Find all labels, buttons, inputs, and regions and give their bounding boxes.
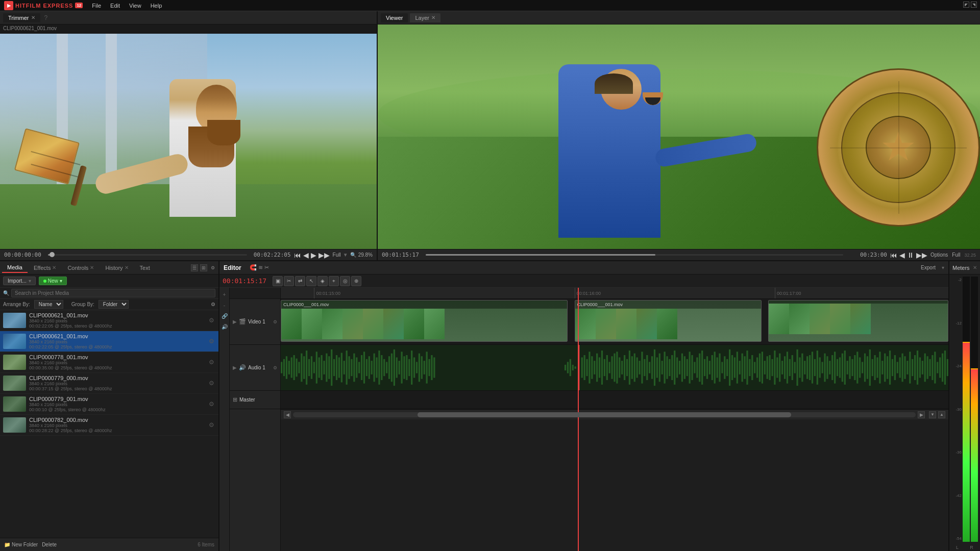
viewer-play[interactable]: ⏸ bbox=[907, 251, 914, 259]
file-name-3: CLIP0000779_000.mov bbox=[29, 375, 204, 381]
trimmer-frame-back[interactable]: ◀ bbox=[303, 251, 309, 259]
video-clip-1[interactable]: CLIP0000___001.mov bbox=[281, 300, 568, 342]
tool-select[interactable]: ↖ bbox=[306, 276, 316, 286]
viewer-frame-back[interactable]: ◀ bbox=[899, 251, 905, 259]
list-view-btn[interactable]: ☰ bbox=[191, 264, 198, 271]
trimmer-tab-close[interactable]: ✕ bbox=[31, 15, 35, 20]
tool-snap[interactable]: ▣ bbox=[273, 276, 283, 286]
ripple-icon[interactable]: ≋ bbox=[258, 264, 263, 271]
timeline-zoom-down[interactable]: ▼ bbox=[929, 411, 936, 418]
tool-slip[interactable]: ⇄ bbox=[295, 276, 305, 286]
tool-ripple[interactable]: ◈ bbox=[317, 276, 328, 286]
tool-link[interactable]: ⊕ bbox=[351, 276, 361, 286]
trimmer-tab[interactable]: Trimmer ✕ bbox=[3, 13, 40, 22]
viewer-tool-1[interactable]: ◤ bbox=[963, 2, 969, 8]
trimmer-play[interactable]: ▶ bbox=[311, 251, 316, 259]
file-item-3[interactable]: CLIP0000779_000.mov 3840 x 2160 pixels 0… bbox=[0, 373, 218, 394]
scroll-left[interactable]: ◀ bbox=[284, 411, 291, 418]
tool-razor[interactable]: ⌖ bbox=[329, 276, 339, 286]
meter-scale: -2 -12 -24 -30 -36 -42 -54 bbox=[951, 277, 962, 542]
search-input[interactable] bbox=[11, 289, 215, 297]
file-item-5[interactable]: CLIP0000782_000.mov 3840 x 2160 pixels 0… bbox=[0, 415, 218, 436]
menu-edit[interactable]: Edit bbox=[106, 2, 124, 10]
timeline-zoom-up[interactable]: ▲ bbox=[938, 411, 945, 418]
grid-view-btn[interactable]: ⊞ bbox=[200, 264, 207, 271]
menu-help[interactable]: Help bbox=[146, 2, 166, 10]
controls-tab-close[interactable]: ✕ bbox=[90, 265, 94, 270]
settings-icon[interactable]: ⚙ bbox=[209, 264, 216, 271]
file-action-0[interactable]: ⚙ bbox=[207, 316, 215, 324]
tool-track[interactable]: ◎ bbox=[340, 276, 350, 286]
tab-history[interactable]: History ✕ bbox=[100, 263, 133, 272]
group-by-select[interactable]: Folder None bbox=[99, 300, 129, 309]
svg-rect-146 bbox=[776, 357, 778, 378]
file-action-2[interactable]: ⚙ bbox=[207, 358, 215, 366]
file-action-5[interactable]: ⚙ bbox=[207, 421, 215, 429]
meters-close[interactable]: ✕ bbox=[973, 265, 977, 270]
new-button[interactable]: New ▾ bbox=[39, 277, 67, 285]
delete-btn[interactable]: Delete bbox=[42, 542, 57, 547]
audio-track-expand[interactable]: ▶ bbox=[233, 365, 237, 370]
magnet-icon[interactable]: 🧲 bbox=[250, 264, 257, 271]
viewer-frame-forward[interactable]: ▶▶ bbox=[916, 251, 927, 259]
tool-cut[interactable]: ✂ bbox=[284, 276, 294, 286]
menu-view[interactable]: View bbox=[125, 2, 145, 10]
file-item-1[interactable]: CLIP0000621_001.mov 3840 x 2160 pixels 0… bbox=[0, 331, 218, 352]
import-button[interactable]: Import... ▾ bbox=[3, 277, 36, 285]
options-btn[interactable]: Options bbox=[930, 252, 948, 258]
viewer-progress[interactable] bbox=[426, 254, 843, 256]
viewer-tab[interactable]: Viewer bbox=[381, 13, 408, 22]
export-button[interactable]: Export bbox=[921, 265, 936, 270]
tab-controls[interactable]: Controls ✕ bbox=[62, 263, 99, 272]
tab-text[interactable]: Text bbox=[135, 263, 155, 272]
trimmer-frame-forward[interactable]: ▶▶ bbox=[318, 251, 330, 259]
effects-tab-close[interactable]: ✕ bbox=[52, 265, 56, 270]
video-track-expand[interactable]: ▶ bbox=[233, 319, 237, 324]
zoom-in-tool[interactable]: + bbox=[220, 290, 229, 299]
trimmer-quality[interactable]: Full ▼ 🔍 29.8% bbox=[333, 252, 373, 258]
svg-rect-30 bbox=[353, 354, 355, 382]
new-folder-btn[interactable]: 📁 New Folder bbox=[4, 542, 38, 547]
meter-label-right: R bbox=[970, 545, 973, 550]
viewer-quality[interactable]: Full bbox=[952, 252, 960, 258]
viewer-skip-back[interactable]: ⏮ bbox=[890, 251, 897, 259]
video-clip-2[interactable]: CLIP0000___001.mov bbox=[575, 300, 762, 342]
svg-rect-210 bbox=[937, 362, 938, 373]
scrollbar-thumb[interactable] bbox=[418, 412, 791, 417]
link-tool[interactable]: 🔗 bbox=[220, 311, 229, 320]
speaker-tool[interactable]: 🔊 bbox=[220, 322, 229, 331]
trimmer-progress[interactable] bbox=[48, 254, 247, 256]
file-item-0[interactable]: CLIP0000621_001.mov 3840 x 2160 pixels 0… bbox=[0, 310, 218, 331]
help-icon[interactable]: ? bbox=[44, 14, 48, 21]
file-item-2[interactable]: CLIP0000778_001.mov 3840 x 2160 pixels 0… bbox=[0, 352, 218, 373]
file-item-4[interactable]: CLIP0000779_001.mov 3840 x 2160 pixels 0… bbox=[0, 394, 218, 415]
video-clip-3[interactable] bbox=[768, 300, 948, 342]
scrollbar-track[interactable] bbox=[293, 412, 916, 417]
file-action-4[interactable]: ⚙ bbox=[207, 400, 215, 408]
video-track-settings[interactable]: ⚙ bbox=[273, 319, 277, 324]
trimmer-playback-bar: 00:00:00:00 00:02:22:05 ⏮ ◀ ▶ ▶▶ Full ▼ … bbox=[0, 249, 377, 260]
file-action-1[interactable]: ⚙ bbox=[207, 337, 215, 345]
layer-tab[interactable]: Layer ✕ bbox=[410, 13, 440, 22]
tab-effects[interactable]: Effects ✕ bbox=[29, 263, 61, 272]
audio-track-settings[interactable]: ⚙ bbox=[273, 365, 277, 370]
zoom-out-tool[interactable]: - bbox=[220, 300, 229, 310]
clip-2-frames bbox=[575, 309, 761, 339]
svg-rect-170 bbox=[837, 359, 838, 376]
history-tab-close[interactable]: ✕ bbox=[125, 265, 129, 270]
tab-media[interactable]: Media bbox=[2, 263, 28, 273]
svg-rect-117 bbox=[704, 359, 705, 376]
scroll-right[interactable]: ▶ bbox=[918, 411, 925, 418]
menu-file[interactable]: File bbox=[88, 2, 105, 10]
arrange-by-select[interactable]: Name Date Type bbox=[34, 300, 63, 309]
file-name-2: CLIP0000778_001.mov bbox=[29, 354, 204, 360]
timeline-ruler[interactable]: 00:01:15:00 00:01:16:00 00:01:17:00 bbox=[281, 288, 948, 299]
file-action-3[interactable]: ⚙ bbox=[207, 379, 215, 387]
trimmer-skip-back[interactable]: ⏮ bbox=[294, 251, 301, 259]
svg-rect-122 bbox=[716, 357, 718, 378]
layer-tab-close[interactable]: ✕ bbox=[431, 15, 435, 20]
arrange-settings-icon[interactable]: ⚙ bbox=[211, 302, 215, 307]
viewer-tool-2[interactable]: ◥ bbox=[971, 2, 977, 8]
scissors-icon[interactable]: ✂ bbox=[264, 264, 269, 271]
export-chevron-icon[interactable]: ▾ bbox=[942, 265, 944, 270]
